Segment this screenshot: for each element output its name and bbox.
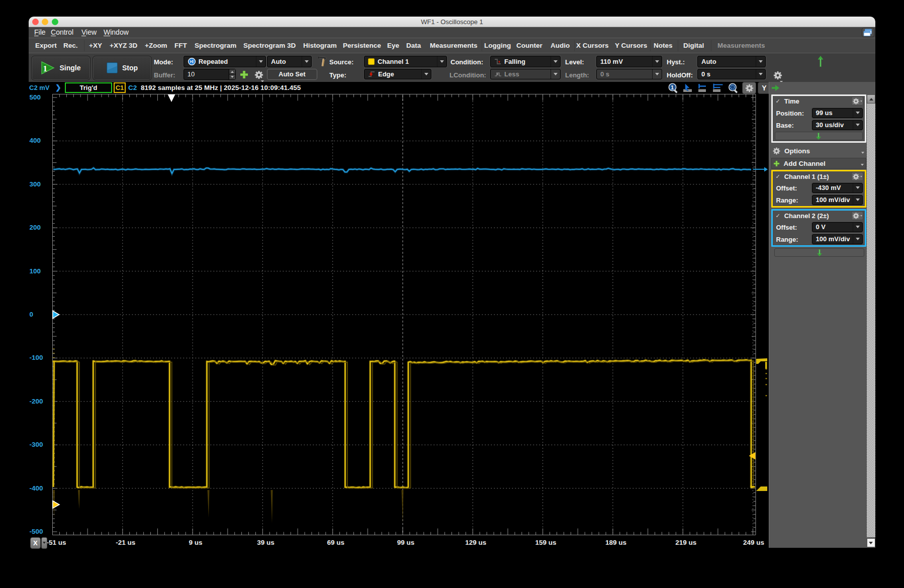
svg-text:-21 us: -21 us <box>116 539 135 546</box>
svg-text:400: 400 <box>30 137 41 144</box>
svg-text:-300: -300 <box>30 441 43 448</box>
svg-text:500: 500 <box>30 93 41 101</box>
svg-text:9 us: 9 us <box>189 539 203 546</box>
svg-text:-51 us: -51 us <box>47 539 66 546</box>
svg-text:100: 100 <box>30 267 41 275</box>
svg-text:200: 200 <box>30 224 41 231</box>
svg-text:-400: -400 <box>30 484 43 492</box>
svg-text:0: 0 <box>30 311 34 318</box>
svg-text:1: 1 <box>43 64 48 73</box>
svg-text:249 us: 249 us <box>743 539 764 546</box>
svg-text:189 us: 189 us <box>605 539 626 546</box>
svg-text:-100: -100 <box>30 354 43 361</box>
svg-text:-500: -500 <box>30 528 43 535</box>
svg-text:99 us: 99 us <box>397 539 415 546</box>
svg-text:219 us: 219 us <box>675 539 696 546</box>
svg-text:300: 300 <box>30 180 41 188</box>
svg-text:-200: -200 <box>30 398 43 405</box>
svg-text:39 us: 39 us <box>257 539 275 546</box>
svg-text:129 us: 129 us <box>465 539 486 546</box>
svg-text:159 us: 159 us <box>535 539 557 546</box>
svg-text:69 us: 69 us <box>327 539 344 546</box>
